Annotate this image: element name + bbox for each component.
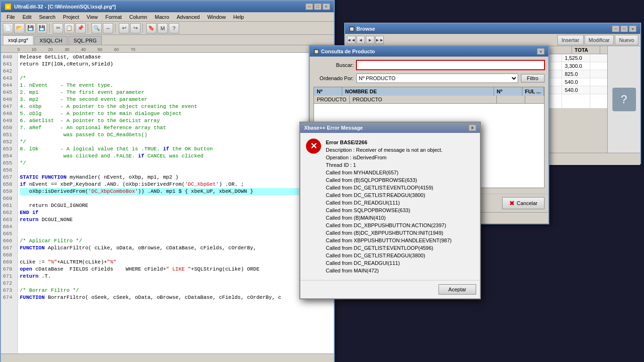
toolbar-sep-2 [88, 24, 90, 33]
minimize-button[interactable]: ─ [305, 3, 313, 10]
paste-btn[interactable]: 📌 [75, 23, 86, 33]
browse-modificar[interactable]: Modificar [585, 35, 614, 45]
tab-bar: xsql.prg* XSQL.CH SQL.PRG [1, 35, 334, 45]
browse-title-text: Browse [356, 26, 375, 32]
menu-window[interactable]: Window [204, 13, 230, 21]
ordenado-select[interactable]: Nº PRODUCTO [356, 74, 518, 83]
macro-btn[interactable]: M [157, 23, 168, 33]
consulta-title-text: Consulta de Producto [321, 49, 375, 54]
browse-nav-first[interactable]: ◄◄ [347, 36, 355, 44]
error-line-12: Called from DC_XBPPUSHBUTTON:ACTION(2397… [326, 222, 452, 229]
cancelar-icon: ✖ [509, 199, 515, 207]
find-btn[interactable]: 🔍 [91, 23, 102, 33]
buscar-row: Buscar: [314, 60, 545, 70]
code-content[interactable]: Release GetList, oDataBase return IIF(lO… [18, 53, 334, 354]
error-aceptar-btn[interactable]: Aceptar [438, 284, 476, 295]
status-bar [1, 354, 334, 362]
consulta-table-header: Nº NOMBRE DE Nº FUL ... [314, 87, 545, 96]
consulta-close[interactable]: × [537, 48, 545, 55]
code-area[interactable]: 6406416426436446456466476486496506516526… [1, 53, 334, 354]
sub-col-3 [497, 96, 525, 103]
browse-minimize[interactable]: ─ [612, 25, 619, 32]
menu-file[interactable]: File [3, 13, 19, 21]
col-nombre: NOMBRE DE [342, 87, 494, 96]
browse-col-total: TOTA [572, 46, 600, 54]
error-line-7: Called from DC_GETLIST:EVENTLOOP(4159) [326, 184, 452, 191]
menu-advanced[interactable]: Advanced [173, 13, 204, 21]
ordenado-row: Ordenado Por: Nº PRODUCTO Filtro [314, 74, 545, 83]
new-file-btn[interactable]: 📄 [3, 23, 13, 33]
sub-col-2: PRODUCTO [350, 96, 497, 103]
editor-title-bar: U UltraEdit-32 - [C:\Win\nom\SQL\xsql.pr… [1, 1, 334, 12]
help-btn[interactable]: ? [169, 23, 179, 33]
maximize-button[interactable]: □ [314, 3, 322, 10]
editor-toolbar: 📄 📂 💾 💾 ✂ 📋 📌 🔍 ↔ ↩ ↪ 🔖 M ? [1, 22, 334, 35]
sub-col-4 [525, 96, 544, 103]
menu-column[interactable]: Column [125, 13, 151, 21]
error-line-9: Called from DC_READGUI(111) [326, 199, 452, 206]
menu-edit[interactable]: Edit [19, 13, 35, 21]
redo-btn[interactable]: ↪ [130, 23, 140, 33]
close-button[interactable]: × [322, 3, 330, 10]
tab-sql-prg[interactable]: SQL.PRG [68, 36, 102, 45]
cut-btn[interactable]: ✂ [53, 23, 63, 33]
error-line-16: Called from DC_GETLIST:READGUI(3800) [326, 252, 452, 259]
editor-window-controls: ─ □ × [305, 3, 330, 10]
open-file-btn[interactable]: 📂 [14, 23, 25, 33]
browse-nuevo[interactable]: Nuevo [615, 35, 638, 45]
buscar-input[interactable] [356, 60, 545, 70]
error-dialog: Xbase++ Error Message × ✕ Error BASE/226… [299, 122, 481, 299]
browse-nav-last[interactable]: ►► [375, 36, 384, 44]
error-line-2: Description : Receiver of message is not… [326, 146, 452, 154]
browse-close[interactable]: × [629, 25, 636, 32]
menu-project[interactable]: Project [59, 13, 83, 21]
toolbar-sep-3 [115, 24, 117, 33]
browse-nav-prev[interactable]: ◄ [356, 36, 365, 44]
save-all-btn[interactable]: 💾 [37, 23, 47, 33]
menu-search[interactable]: Search [35, 13, 59, 21]
browse-avatar-panel: ? [607, 46, 640, 153]
error-line-4: Thread ID : 1 [326, 161, 452, 169]
menu-view[interactable]: View [83, 13, 102, 21]
error-line-18: Called from MAIN(472) [326, 267, 452, 274]
error-line-11: Called from (B)MAIN(410) [326, 214, 452, 222]
error-title-bar: Xbase++ Error Message × [300, 123, 480, 133]
sub-col-1: PRODUCTO [314, 96, 350, 103]
copy-btn[interactable]: 📋 [64, 23, 74, 33]
replace-btn[interactable]: ↔ [103, 23, 113, 33]
bookmark-btn[interactable]: 🔖 [146, 23, 157, 33]
col-num: Nº [494, 87, 522, 96]
editor-app-icon: U [5, 3, 11, 10]
browse-insertar[interactable]: Insertar [557, 35, 583, 45]
error-line-5: Called from MYHANDLER(657) [326, 169, 452, 176]
error-footer: Aceptar [300, 280, 480, 298]
filtro-button[interactable]: Filtro [521, 74, 545, 82]
error-line-10: Called from SQLPOPBROWSE(633) [326, 206, 452, 214]
line-numbers: 6406416426436446456466476486496506516526… [1, 53, 18, 354]
tab-xsql-prg[interactable]: xsql.prg* [3, 35, 33, 45]
error-icon: ✕ [306, 139, 321, 154]
error-message-text: Error BASE/2266 Description : Receiver o… [326, 139, 452, 274]
menu-format[interactable]: Format [101, 13, 125, 21]
toolbar-sep-4 [142, 24, 144, 33]
error-line-17: Called from DC_READGUI(111) [326, 259, 452, 267]
ruler: 0 10 20 30 40 50 60 70 [1, 45, 334, 53]
browse-toolbar: ◄◄ ◄ ► ►► Insertar Modificar Nuevo [345, 34, 640, 46]
menu-help[interactable]: Help [230, 13, 248, 21]
menu-bar: File Edit Search Project View Format Col… [1, 12, 334, 22]
consulta-sub-header: PRODUCTO PRODUCTO [314, 96, 545, 103]
cancelar-footer-btn[interactable]: ✖ Cancelar [502, 197, 545, 209]
cancelar-footer-label: Cancelar [517, 200, 537, 206]
error-close-btn[interactable]: × [469, 124, 476, 131]
undo-btn[interactable]: ↩ [119, 23, 129, 33]
error-body: ✕ Error BASE/2266 Description : Receiver… [300, 133, 480, 280]
error-title-text: Xbase++ Error Message [304, 125, 363, 131]
menu-macro[interactable]: Macro [151, 13, 173, 21]
col-ful[interactable]: FUL ... [522, 87, 544, 96]
tab-xsql-ch[interactable]: XSQL.CH [34, 36, 67, 45]
editor-title-text: UltraEdit-32 - [C:\Win\nom\SQL\xsql.prg*… [14, 4, 116, 9]
browse-maximize[interactable]: □ [620, 25, 628, 32]
browse-nav-next[interactable]: ► [366, 36, 374, 44]
consulta-title-bar: 🔲 Consulta de Producto × [310, 46, 548, 57]
save-btn[interactable]: 💾 [25, 23, 36, 33]
